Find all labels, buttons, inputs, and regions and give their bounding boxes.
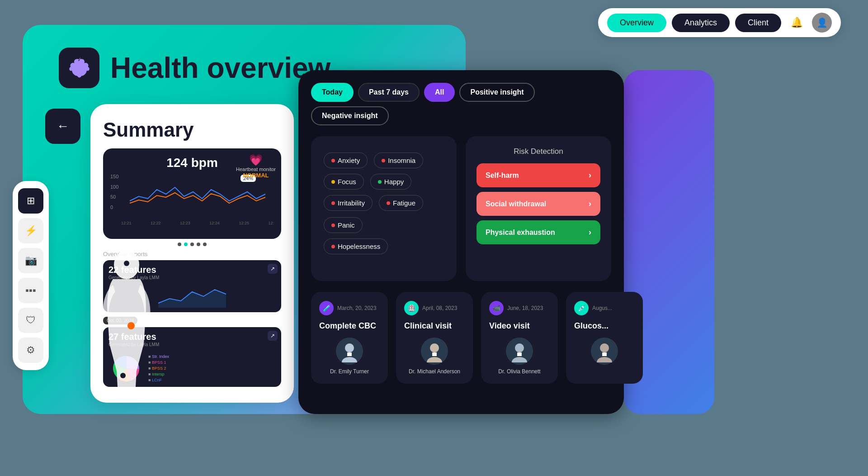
visits-row: 🧪 March, 20, 2023 Complete CBC Dr. Emily… — [311, 292, 611, 384]
sidebar-item-shield[interactable]: 🛡 — [18, 308, 43, 333]
svg-point-10 — [515, 343, 524, 352]
visit-title-2: Clinical visit — [404, 321, 465, 331]
y-axis: 150100500 — [110, 174, 118, 210]
visit-date-3: June, 18, 2023 — [507, 305, 543, 311]
visit-icon-4: 💉 — [574, 301, 589, 315]
dot-5 — [203, 243, 207, 246]
analytics-tab[interactable]: Analytics — [672, 14, 730, 32]
page-title: Health overview — [110, 51, 330, 85]
dot-green-icon — [378, 180, 382, 184]
unicorn-icon — [67, 56, 92, 81]
visit-icon-2: 🏥 — [404, 301, 419, 315]
expand-icon-1[interactable]: ↗ — [268, 264, 278, 274]
visit-card-3[interactable]: 📹 June, 18, 2023 Video visit Dr. Olivia … — [481, 292, 558, 384]
symptoms-grid: Anxiety Insomnia Focus Happy — [322, 151, 446, 256]
visit-card-1[interactable]: 🧪 March, 20, 2023 Complete CBC Dr. Emily… — [311, 292, 388, 384]
chevron-right-icon: › — [589, 228, 591, 237]
svg-point-5 — [120, 373, 126, 378]
dot-red-icon — [331, 224, 335, 227]
symptom-focus[interactable]: Focus — [324, 174, 364, 190]
filter-tabs-row: Today Past 7 days All Positive insight N… — [311, 83, 611, 125]
doctor-avatar-3 — [506, 338, 533, 365]
visit-card-4[interactable]: 💉 Augus... Glucos... — [566, 292, 643, 384]
symptom-panic[interactable]: Panic — [324, 217, 363, 233]
svg-point-3 — [127, 322, 135, 329]
visit-icon-1: 🧪 — [319, 301, 334, 315]
chart-lines — [121, 174, 274, 219]
doctor-name-3: Dr. Olivia Bennett — [489, 368, 550, 375]
dot-red-icon — [382, 159, 385, 162]
svg-point-6 — [345, 343, 354, 352]
heartbeat-icon: 💗 — [236, 154, 276, 167]
today-filter-tab[interactable]: Today — [311, 83, 354, 102]
doctor-avatar-2 — [421, 338, 448, 365]
visit-card-2[interactable]: 🏥 April, 08, 2023 Clinical visit Dr. Mic… — [396, 292, 473, 384]
sidebar: ⊞ ⚡ 📷 ▪▪▪ 🛡 ⚙ — [13, 181, 49, 370]
body-scan-area — [90, 231, 181, 403]
symptoms-row-4: Hopelessness — [322, 237, 446, 256]
svg-point-4 — [124, 261, 129, 266]
symptom-irritability[interactable]: Irritability — [324, 195, 373, 211]
user-avatar[interactable]: 👤 — [812, 13, 832, 33]
risk-detection-title: Risk Detection — [476, 147, 600, 156]
symptoms-card: Anxiety Insomnia Focus Happy — [311, 136, 457, 281]
notification-bell-icon[interactable]: 🔔 — [787, 13, 807, 33]
past7-filter-tab[interactable]: Past 7 days — [358, 83, 420, 102]
chevron-right-icon: › — [589, 199, 591, 209]
heartbeat-info: 💗 Heartbeat monitor NORMAL — [236, 154, 276, 179]
risk-detection-card: Risk Detection Self-harm › Social withdr… — [466, 136, 611, 281]
x-axis-labels: 12:2112:2212:2312:2412:2512: — [110, 221, 274, 225]
symptoms-row-1: Anxiety Insomnia — [322, 151, 446, 170]
summary-title: Summary — [103, 119, 281, 141]
doctor-name-1: Dr. Emily Turner — [319, 368, 380, 375]
visit-title-3: Video visit — [489, 321, 550, 331]
symptom-fatigue[interactable]: Fatigue — [379, 195, 423, 211]
dot-3 — [190, 243, 194, 246]
symptoms-row-2: Focus Happy — [322, 172, 446, 191]
risk-item-selfharm[interactable]: Self-harm › — [476, 163, 600, 187]
doctor-avatar-1 — [336, 338, 363, 365]
sidebar-item-lightning[interactable]: ⚡ — [18, 218, 43, 243]
heartbeat-label: Heartbeat monitor — [236, 167, 276, 172]
visit-date-4: Augus... — [592, 305, 612, 311]
app-logo-icon — [59, 48, 99, 88]
bpm-chart: 24% 150100500 — [110, 174, 274, 219]
svg-rect-9 — [432, 352, 437, 356]
app-header: Health overview — [59, 48, 330, 88]
visit-date-row-3: 📹 June, 18, 2023 — [489, 301, 550, 315]
dot-4 — [197, 243, 200, 246]
visit-date-row-4: 💉 Augus... — [574, 301, 635, 315]
sidebar-item-bars[interactable]: ▪▪▪ — [18, 278, 43, 303]
risk-item-social-withdrawal[interactable]: Social withdrawal › — [476, 192, 600, 216]
sidebar-item-gear[interactable]: ⚙ — [18, 338, 43, 363]
doctor-avatar-4 — [591, 338, 618, 365]
back-button[interactable]: ← — [45, 109, 80, 144]
svg-rect-13 — [602, 352, 607, 356]
visit-title-1: Complete CBC — [319, 321, 380, 331]
expand-icon-2[interactable]: ↗ — [268, 331, 278, 341]
chevron-right-icon: › — [589, 171, 591, 180]
symptom-hopelessness[interactable]: Hopelessness — [324, 238, 388, 254]
all-filter-tab[interactable]: All — [424, 83, 455, 102]
panel-columns: Anxiety Insomnia Focus Happy — [311, 136, 611, 281]
dot-yellow-icon — [331, 180, 335, 184]
heartbeat-status: NORMAL — [236, 172, 276, 179]
overview-tab[interactable]: Overview — [607, 14, 666, 32]
summary-card: Summary 124 bpm 24% 150100500 12:2112:22… — [90, 104, 294, 403]
visit-date-row-2: 🏥 April, 08, 2023 — [404, 301, 465, 315]
symptom-insomnia[interactable]: Insomnia — [374, 152, 423, 168]
sidebar-item-grid[interactable]: ⊞ — [18, 188, 43, 214]
visit-date-2: April, 08, 2023 — [422, 305, 457, 311]
dot-red-icon — [331, 201, 335, 205]
dot-red-icon — [331, 159, 335, 162]
dot-red-icon — [387, 201, 390, 205]
symptom-anxiety[interactable]: Anxiety — [324, 152, 368, 168]
sidebar-item-camera[interactable]: 📷 — [18, 248, 43, 273]
dot-2 — [184, 243, 188, 246]
positive-filter-tab[interactable]: Positive insight — [459, 83, 534, 102]
risk-item-physical-exhaustion[interactable]: Physical exhaustion › — [476, 220, 600, 244]
client-tab[interactable]: Client — [735, 14, 781, 32]
symptom-happy[interactable]: Happy — [370, 174, 411, 190]
negative-filter-tab[interactable]: Negative insight — [311, 106, 389, 125]
svg-point-8 — [430, 343, 439, 352]
